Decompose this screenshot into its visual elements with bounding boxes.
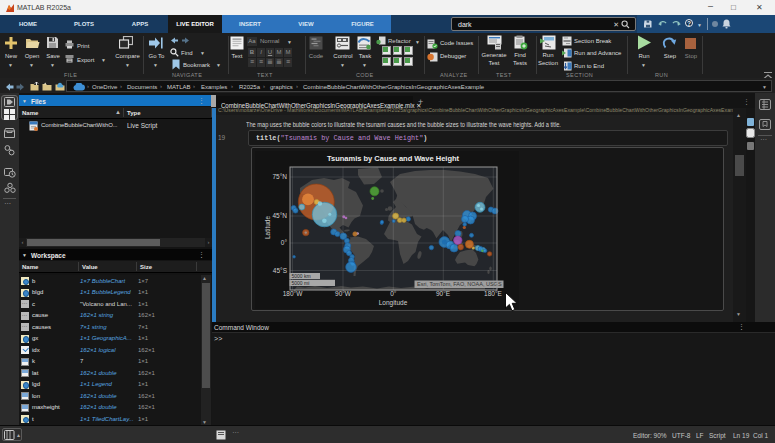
svg-text:Esri, TomTom, FAO, NOAA, USGS: Esri, TomTom, FAO, NOAA, USGS — [417, 281, 502, 287]
svg-text:5000 mi: 5000 mi — [292, 280, 310, 286]
svg-text:5000 km: 5000 km — [292, 273, 311, 279]
